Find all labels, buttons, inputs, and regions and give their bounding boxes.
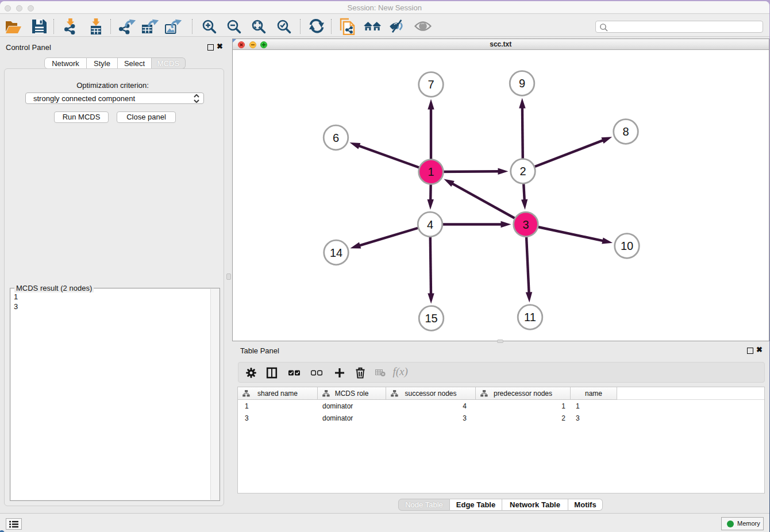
- svg-text:15: 15: [425, 312, 437, 325]
- svg-text:3: 3: [522, 218, 529, 231]
- svg-text:4: 4: [427, 218, 433, 231]
- svg-text:9: 9: [519, 77, 525, 90]
- svg-text:2: 2: [519, 165, 526, 178]
- svg-text:7: 7: [428, 78, 434, 91]
- svg-text:1: 1: [428, 165, 434, 178]
- svg-text:6: 6: [333, 132, 339, 144]
- svg-text:11: 11: [524, 311, 536, 323]
- svg-text:10: 10: [621, 240, 633, 252]
- svg-text:8: 8: [622, 125, 629, 138]
- svg-text:14: 14: [330, 246, 342, 259]
